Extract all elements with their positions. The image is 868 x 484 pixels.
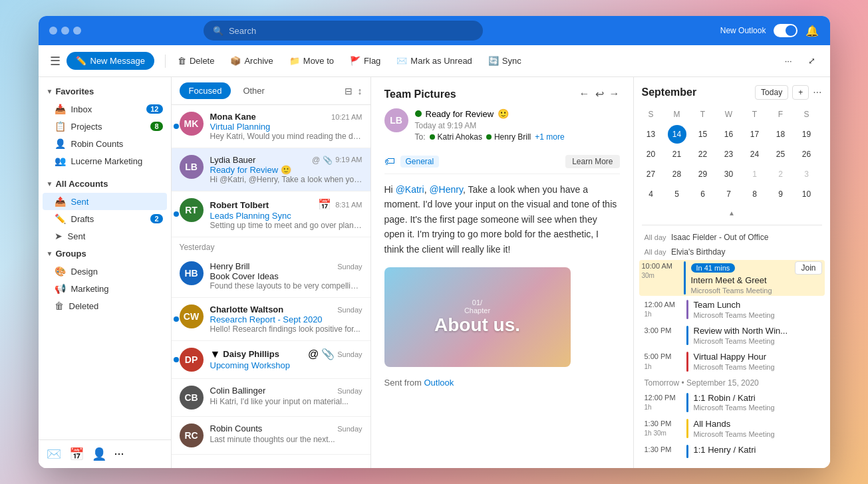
window-close[interactable] [49, 27, 57, 35]
cal-day-today[interactable]: 14 [668, 125, 686, 144]
tab-focused[interactable]: Focused [180, 82, 231, 99]
mark-unread-icon: ✉️ [396, 56, 407, 66]
sidebar-item-sent[interactable]: 📤 Sent [43, 193, 167, 210]
more-button[interactable]: ··· [778, 53, 799, 69]
outlook-link[interactable]: Outlook [424, 378, 454, 388]
tag-bar: 🏷 General Learn More [384, 150, 620, 174]
nav-contacts-icon[interactable]: 👤 [92, 447, 106, 461]
email-preview: Hi @Katri, @Henry, Take a look when you … [210, 175, 362, 184]
next-icon[interactable]: → [609, 88, 620, 100]
nav-calendar-icon[interactable]: 📅 [69, 447, 84, 461]
cal-day[interactable]: 13 [642, 125, 660, 144]
cal-day[interactable]: 29 [694, 165, 712, 183]
timed-event-lunch[interactable]: 12:00 AM 1h Team Lunch Microsoft Teams M… [639, 297, 825, 322]
add-event-button[interactable]: + [792, 85, 809, 100]
cal-day[interactable]: 19 [797, 125, 816, 144]
timed-event-happy-hour[interactable]: 5:00 PM 1h Virtual Happy Hour Microsoft … [639, 349, 825, 374]
nav-more-icon[interactable]: ··· [114, 447, 124, 461]
sidebar-item-projects[interactable]: 📋 Projects 8 [39, 118, 171, 135]
cal-day[interactable]: 17 [746, 125, 764, 144]
email-item[interactable]: CW Charlotte Waltson Sunday Research Rep… [172, 298, 370, 341]
reply-icon[interactable]: ↩ [595, 88, 604, 100]
cal-day[interactable]: 20 [642, 145, 660, 164]
cal-day[interactable]: 10 [797, 185, 816, 203]
sidebar-item-drafts[interactable]: ✏️ Drafts 2 [39, 210, 171, 227]
sidebar-item-design[interactable]: 🎨 Design [39, 263, 171, 280]
prev-icon[interactable]: ← [579, 88, 590, 100]
new-outlook-toggle[interactable] [774, 24, 797, 37]
cal-day[interactable]: 21 [668, 145, 686, 164]
sidebar-item-sent-sub[interactable]: ➤ Sent [39, 227, 171, 245]
popout-button[interactable]: ⤢ [801, 53, 822, 69]
delete-button[interactable]: 🗑 Delete [171, 53, 221, 69]
event-time: 5:00 PM 1h [645, 352, 681, 371]
groups-section[interactable]: ▼ Groups [39, 245, 171, 263]
email-item[interactable]: DP ▼ Daisy Phillips @ 📎 Sunday [172, 341, 370, 379]
email-item[interactable]: HB Henry Brill Sunday Book Cover Ideas F… [172, 255, 370, 298]
cal-day-other[interactable]: 2 [772, 165, 790, 183]
move-to-button[interactable]: 📁 Move to [283, 53, 341, 69]
sidebar-item-inbox[interactable]: 📥 Inbox 12 [39, 100, 171, 118]
cal-day[interactable]: 30 [720, 165, 738, 183]
cal-day[interactable]: 27 [642, 165, 660, 183]
email-item[interactable]: RT Robert Tolbert 📅 8:31 AM Leads Planni… [172, 191, 370, 237]
timed-event-robin[interactable]: 12:00 PM 1h 1:1 Robin / Katri Microsoft … [639, 390, 825, 415]
email-item[interactable]: CB Colin Ballinger Sunday Hi Katri, I'd … [172, 379, 370, 417]
notification-icon[interactable]: 🔔 [805, 25, 819, 37]
sync-button[interactable]: 🔄 Sync [482, 53, 528, 69]
email-item[interactable]: RC Robin Counts Sunday Last minute thoug… [172, 417, 370, 455]
cal-day[interactable]: 24 [746, 145, 764, 164]
timed-event-allhands[interactable]: 1:30 PM 1h 30m All Hands Microsoft Teams… [639, 416, 825, 441]
nav-mail-icon[interactable]: ✉️ [47, 447, 61, 461]
email-item[interactable]: MK Mona Kane 10:21 AM Virtual Planning H… [172, 105, 370, 148]
sidebar-item-deleted[interactable]: 🗑 Deleted [39, 297, 171, 314]
cal-day[interactable]: 25 [772, 145, 790, 164]
sidebar-item-marketing[interactable]: 📢 Marketing [39, 280, 171, 297]
cal-day[interactable]: 8 [746, 185, 764, 203]
cal-day[interactable]: 6 [694, 185, 712, 203]
favorites-section[interactable]: ▼ Favorites [39, 82, 171, 100]
cal-day-other[interactable]: 1 [746, 165, 764, 183]
cal-collapse-btn[interactable]: ▲ [642, 205, 822, 219]
all-day-event: All day Elvia's Birthday [639, 245, 825, 259]
cal-day[interactable]: 22 [694, 145, 712, 164]
cal-day[interactable]: 26 [797, 145, 816, 164]
new-message-button[interactable]: ✏️ New Message [67, 52, 154, 70]
timed-event-intern[interactable]: 10:00 AM 30m In 41 mins Intern Meet & Gr… [639, 260, 825, 296]
cal-day[interactable]: 5 [668, 185, 686, 203]
cal-day[interactable]: 15 [694, 125, 712, 144]
cal-day[interactable]: 4 [642, 185, 660, 203]
window-maximize[interactable] [73, 27, 81, 35]
cal-day[interactable]: 7 [720, 185, 738, 203]
tab-other[interactable]: Other [233, 82, 274, 99]
archive-button[interactable]: 📦 Archive [223, 53, 279, 69]
all-accounts-section[interactable]: ▼ All Accounts [39, 175, 171, 193]
sidebar-item-robin[interactable]: 👤 Robin Counts [39, 135, 171, 152]
cal-day-other[interactable]: 3 [797, 165, 816, 183]
sidebar-item-lucerne[interactable]: 👥 Lucerne Marketing [39, 152, 171, 170]
move-icon: 📁 [289, 56, 300, 66]
filter-icon[interactable]: ⊟ [345, 86, 353, 96]
title-bar: 🔍 Search New Outlook 🔔 [39, 16, 830, 45]
window-minimize[interactable] [61, 27, 69, 35]
flag-button[interactable]: 🚩 Flag [343, 53, 387, 69]
general-tag[interactable]: General [400, 156, 440, 168]
cal-day[interactable]: 18 [772, 125, 790, 144]
cal-more-button[interactable]: ··· [813, 85, 821, 100]
today-button[interactable]: Today [755, 85, 788, 100]
cal-day[interactable]: 16 [720, 125, 738, 144]
join-button[interactable]: Join [795, 261, 821, 275]
plus-more[interactable]: +1 more [535, 132, 564, 142]
email-item[interactable]: LB Lydia Bauer @ 📎 9:19 AM Ready for Rev… [172, 148, 370, 191]
hamburger-button[interactable]: ☰ [47, 52, 64, 70]
search-bar[interactable]: 🔍 Search [204, 21, 483, 41]
cal-day[interactable]: 23 [720, 145, 738, 164]
sort-icon[interactable]: ↕ [358, 86, 362, 96]
timed-event-review[interactable]: 3:00 PM Review with North Win... Microso… [639, 323, 825, 348]
mark-unread-button[interactable]: ✉️ Mark as Unread [390, 53, 478, 69]
cal-day[interactable]: 9 [772, 185, 790, 203]
cal-day[interactable]: 28 [668, 165, 686, 183]
timed-event-henry[interactable]: 1:30 PM 1:1 Henry / Katri [639, 442, 825, 461]
robin-label: Robin Counts [71, 139, 124, 149]
learn-more-button[interactable]: Learn More [565, 155, 619, 168]
